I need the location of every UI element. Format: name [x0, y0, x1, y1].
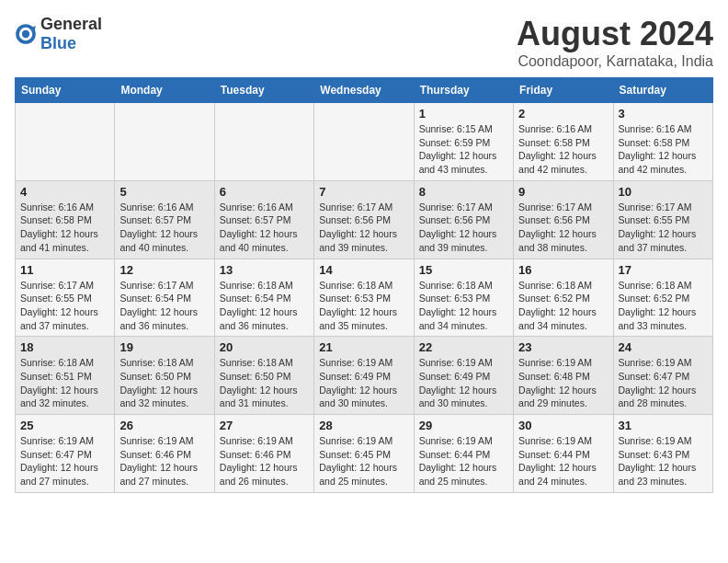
day-cell: 22Sunrise: 6:19 AM Sunset: 6:49 PM Dayli…	[414, 337, 513, 415]
day-cell: 10Sunrise: 6:17 AM Sunset: 6:55 PM Dayli…	[613, 180, 712, 259]
day-info: Sunrise: 6:19 AM Sunset: 6:47 PM Dayligh…	[20, 434, 109, 488]
day-info: Sunrise: 6:17 AM Sunset: 6:56 PM Dayligh…	[319, 201, 408, 255]
day-number: 11	[20, 263, 109, 277]
day-info: Sunrise: 6:17 AM Sunset: 6:56 PM Dayligh…	[419, 201, 508, 255]
day-number: 25	[20, 419, 109, 432]
week-row: 11Sunrise: 6:17 AM Sunset: 6:55 PM Dayli…	[16, 259, 713, 337]
day-number: 8	[419, 185, 508, 199]
day-number: 5	[119, 185, 209, 199]
calendar-header: SundayMondayTuesdayWednesdayThursdayFrid…	[16, 78, 713, 103]
day-info: Sunrise: 6:17 AM Sunset: 6:56 PM Dayligh…	[518, 201, 608, 255]
day-cell: 20Sunrise: 6:18 AM Sunset: 6:50 PM Dayli…	[214, 337, 313, 415]
day-info: Sunrise: 6:16 AM Sunset: 6:58 PM Dayligh…	[518, 122, 608, 177]
day-info: Sunrise: 6:19 AM Sunset: 6:48 PM Dayligh…	[518, 356, 608, 410]
day-info: Sunrise: 6:18 AM Sunset: 6:53 PM Dayligh…	[419, 279, 508, 333]
day-info: Sunrise: 6:17 AM Sunset: 6:54 PM Dayligh…	[119, 279, 209, 333]
day-cell: 29Sunrise: 6:19 AM Sunset: 6:44 PM Dayli…	[414, 415, 513, 493]
day-cell: 2Sunrise: 6:16 AM Sunset: 6:58 PM Daylig…	[514, 103, 613, 181]
logo-general: General	[40, 15, 102, 33]
day-info: Sunrise: 6:18 AM Sunset: 6:50 PM Dayligh…	[220, 356, 309, 410]
day-cell: 21Sunrise: 6:19 AM Sunset: 6:49 PM Dayli…	[314, 337, 414, 415]
subtitle: Coondapoor, Karnataka, India	[517, 53, 713, 70]
day-info: Sunrise: 6:16 AM Sunset: 6:58 PM Dayligh…	[619, 122, 708, 177]
day-number: 20	[220, 340, 309, 354]
header-cell-friday: Friday	[514, 78, 613, 103]
day-number: 14	[319, 263, 408, 277]
day-cell: 14Sunrise: 6:18 AM Sunset: 6:53 PM Dayli…	[314, 259, 414, 337]
day-cell: 7Sunrise: 6:17 AM Sunset: 6:56 PM Daylig…	[314, 180, 414, 259]
day-cell: 8Sunrise: 6:17 AM Sunset: 6:56 PM Daylig…	[414, 180, 513, 259]
day-cell: 26Sunrise: 6:19 AM Sunset: 6:46 PM Dayli…	[115, 415, 214, 493]
day-cell	[314, 103, 414, 181]
week-row: 25Sunrise: 6:19 AM Sunset: 6:47 PM Dayli…	[16, 415, 713, 493]
calendar-table: SundayMondayTuesdayWednesdayThursdayFrid…	[15, 77, 713, 493]
day-info: Sunrise: 6:19 AM Sunset: 6:47 PM Dayligh…	[619, 356, 708, 410]
day-cell: 18Sunrise: 6:18 AM Sunset: 6:51 PM Dayli…	[16, 337, 115, 415]
day-cell: 28Sunrise: 6:19 AM Sunset: 6:45 PM Dayli…	[314, 415, 414, 493]
day-number: 12	[119, 263, 209, 277]
logo-blue: Blue	[40, 34, 76, 52]
day-info: Sunrise: 6:16 AM Sunset: 6:57 PM Dayligh…	[119, 201, 209, 255]
day-cell	[115, 103, 214, 181]
logo: General Blue	[15, 15, 102, 53]
day-cell: 9Sunrise: 6:17 AM Sunset: 6:56 PM Daylig…	[514, 180, 613, 259]
day-cell: 13Sunrise: 6:18 AM Sunset: 6:54 PM Dayli…	[214, 259, 313, 337]
day-cell: 25Sunrise: 6:19 AM Sunset: 6:47 PM Dayli…	[16, 415, 115, 493]
week-row: 4Sunrise: 6:16 AM Sunset: 6:58 PM Daylig…	[16, 180, 713, 259]
header-cell-saturday: Saturday	[613, 78, 712, 103]
day-number: 24	[619, 340, 708, 354]
day-number: 31	[619, 419, 708, 432]
day-number: 23	[518, 340, 608, 354]
day-cell	[214, 103, 313, 181]
day-info: Sunrise: 6:19 AM Sunset: 6:44 PM Dayligh…	[419, 434, 508, 488]
day-cell: 11Sunrise: 6:17 AM Sunset: 6:55 PM Dayli…	[16, 259, 115, 337]
day-number: 21	[319, 340, 408, 354]
header-cell-thursday: Thursday	[414, 78, 513, 103]
title-area: August 2024 Coondapoor, Karnataka, India	[517, 15, 713, 70]
day-info: Sunrise: 6:19 AM Sunset: 6:44 PM Dayligh…	[518, 434, 608, 488]
day-info: Sunrise: 6:18 AM Sunset: 6:51 PM Dayligh…	[20, 356, 109, 410]
day-cell: 1Sunrise: 6:15 AM Sunset: 6:59 PM Daylig…	[414, 103, 513, 181]
header-cell-wednesday: Wednesday	[314, 78, 414, 103]
day-cell: 19Sunrise: 6:18 AM Sunset: 6:50 PM Dayli…	[115, 337, 214, 415]
day-info: Sunrise: 6:15 AM Sunset: 6:59 PM Dayligh…	[419, 122, 508, 177]
main-title: August 2024	[517, 15, 713, 53]
day-info: Sunrise: 6:19 AM Sunset: 6:49 PM Dayligh…	[319, 356, 408, 410]
day-number: 15	[419, 263, 508, 277]
header-cell-sunday: Sunday	[16, 78, 115, 103]
day-number: 10	[619, 185, 708, 199]
day-number: 9	[518, 185, 608, 199]
day-cell: 24Sunrise: 6:19 AM Sunset: 6:47 PM Dayli…	[613, 337, 712, 415]
day-info: Sunrise: 6:16 AM Sunset: 6:57 PM Dayligh…	[220, 201, 309, 255]
day-number: 29	[419, 419, 508, 432]
logo-text: General Blue	[40, 15, 102, 53]
day-number: 16	[518, 263, 608, 277]
day-info: Sunrise: 6:18 AM Sunset: 6:53 PM Dayligh…	[319, 279, 408, 333]
day-info: Sunrise: 6:18 AM Sunset: 6:52 PM Dayligh…	[619, 279, 708, 333]
day-number: 7	[319, 185, 408, 199]
week-row: 1Sunrise: 6:15 AM Sunset: 6:59 PM Daylig…	[16, 103, 713, 181]
day-cell: 5Sunrise: 6:16 AM Sunset: 6:57 PM Daylig…	[115, 180, 214, 259]
day-number: 30	[518, 419, 608, 432]
day-number: 17	[619, 263, 708, 277]
day-number: 4	[20, 185, 109, 199]
day-cell: 23Sunrise: 6:19 AM Sunset: 6:48 PM Dayli…	[514, 337, 613, 415]
day-cell: 16Sunrise: 6:18 AM Sunset: 6:52 PM Dayli…	[514, 259, 613, 337]
day-cell	[16, 103, 115, 181]
day-number: 19	[119, 340, 209, 354]
calendar-body: 1Sunrise: 6:15 AM Sunset: 6:59 PM Daylig…	[16, 103, 713, 493]
day-info: Sunrise: 6:19 AM Sunset: 6:49 PM Dayligh…	[419, 356, 508, 410]
day-number: 6	[220, 185, 309, 199]
week-row: 18Sunrise: 6:18 AM Sunset: 6:51 PM Dayli…	[16, 337, 713, 415]
day-info: Sunrise: 6:17 AM Sunset: 6:55 PM Dayligh…	[619, 201, 708, 255]
header-cell-monday: Monday	[115, 78, 214, 103]
day-info: Sunrise: 6:17 AM Sunset: 6:55 PM Dayligh…	[20, 279, 109, 333]
day-cell: 17Sunrise: 6:18 AM Sunset: 6:52 PM Dayli…	[613, 259, 712, 337]
day-number: 2	[518, 107, 608, 121]
day-info: Sunrise: 6:18 AM Sunset: 6:52 PM Dayligh…	[518, 279, 608, 333]
day-cell: 27Sunrise: 6:19 AM Sunset: 6:46 PM Dayli…	[214, 415, 313, 493]
day-info: Sunrise: 6:19 AM Sunset: 6:45 PM Dayligh…	[319, 434, 408, 488]
header: General Blue August 2024 Coondapoor, Kar…	[15, 15, 713, 70]
day-info: Sunrise: 6:18 AM Sunset: 6:54 PM Dayligh…	[220, 279, 309, 333]
day-number: 1	[419, 107, 508, 121]
